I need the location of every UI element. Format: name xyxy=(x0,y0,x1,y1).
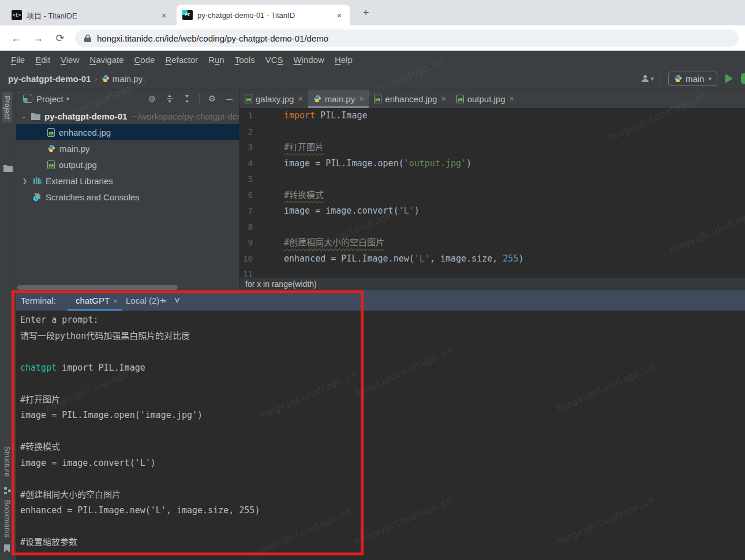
tree-item[interactable]: Scratches and Consoles xyxy=(16,189,239,205)
python-icon xyxy=(674,74,682,83)
project-panel-header: Project ▾ ⊕ ⚙ ─ xyxy=(16,89,239,108)
structure-icon xyxy=(3,487,12,495)
menu-item-file[interactable]: File xyxy=(6,55,30,65)
menu-item-run[interactable]: Run xyxy=(203,55,230,65)
tool-window-stripe: Project Structure Bookmarks xyxy=(0,89,16,560)
terminal-line: Enter a prompt: xyxy=(20,312,745,328)
code-line xyxy=(284,219,523,236)
editor-tab-main.py[interactable]: main.py× xyxy=(308,89,369,108)
code-line: image = image.convert('L') xyxy=(284,203,523,219)
menu-item-window[interactable]: Window xyxy=(289,55,330,65)
breadcrumb: py-chatgpt-demo-01 › main.py xyxy=(8,68,143,89)
pycharm-icon: PC xyxy=(182,10,193,20)
stripe-tab-bookmarks[interactable]: Bookmarks xyxy=(2,496,12,541)
menu-item-navigate[interactable]: Navigate xyxy=(84,55,129,65)
panel-title[interactable]: Project xyxy=(36,94,63,104)
image-file-icon xyxy=(245,95,252,103)
browser-tab-title: 项目 - TitanIDE xyxy=(27,10,155,21)
close-icon[interactable]: × xyxy=(510,94,514,103)
browser-tab[interactable]: PCpy-chatgpt-demo-01 - TitanID× xyxy=(177,5,350,25)
address-bar[interactable]: hongxi.titanide.cn/ide/web/coding/py-cha… xyxy=(75,29,739,47)
terminal-line: image = image.convert('L') xyxy=(20,456,745,472)
line-number: 10 xyxy=(239,251,275,267)
hide-panel-button[interactable]: ─ xyxy=(224,94,234,104)
menu-item-refactor[interactable]: Refactor xyxy=(160,55,203,65)
expand-all-button[interactable] xyxy=(164,94,174,104)
tree-item[interactable]: main.py xyxy=(16,140,239,156)
terminal-tab-chatGPT[interactable]: chatGPT× xyxy=(76,290,118,311)
folder-icon xyxy=(3,165,13,172)
code-editor[interactable]: 1234567891011 import PIL.Image #打开图片imag… xyxy=(239,108,745,277)
line-number: 11 xyxy=(239,267,275,277)
editor-tab-enhanced.jpg[interactable]: enhanced.jpg× xyxy=(369,89,451,108)
terminal-line: chatgpt import PIL.Image xyxy=(20,360,745,376)
titanide-icon: <t> xyxy=(12,10,22,20)
code-line: import PIL.Image xyxy=(284,108,523,124)
python-file-icon xyxy=(313,95,321,103)
scratches-icon xyxy=(33,193,42,201)
editor-tab-output.jpg[interactable]: output.jpg× xyxy=(451,89,519,108)
code-line: #打开图片 xyxy=(284,140,523,156)
image-file-icon xyxy=(47,160,55,169)
menu-item-view[interactable]: View xyxy=(55,55,84,65)
breadcrumb-file[interactable]: main.py xyxy=(113,74,143,84)
user-menu-button[interactable]: ▾ xyxy=(641,74,654,83)
forward-icon[interactable]: → xyxy=(31,31,46,46)
code-line: #转换模式 xyxy=(284,188,523,204)
line-number: 1 xyxy=(239,108,275,124)
image-file-icon xyxy=(456,95,464,103)
run-config-selector[interactable]: main ▾ xyxy=(668,72,717,86)
back-icon[interactable]: ← xyxy=(9,31,24,46)
chevron-collapsed-icon[interactable]: ❯ xyxy=(21,178,29,184)
run-button[interactable] xyxy=(725,74,733,83)
python-file-icon xyxy=(47,144,55,152)
run-config-name: main xyxy=(686,74,705,84)
tree-row-root[interactable]: ⌄py-chatgpt-demo-01~/workspace/py-chatgp… xyxy=(16,108,239,124)
terminal-line: #设置缩放参数 xyxy=(20,535,745,551)
close-icon[interactable]: × xyxy=(298,94,302,103)
browser-toolbar: ← → ⟳ hongxi.titanide.cn/ide/web/coding/… xyxy=(0,25,745,51)
editor-tab-title: galaxy.jpg xyxy=(256,94,294,104)
chevron-expanded-icon[interactable]: ⌄ xyxy=(20,113,28,120)
close-icon[interactable]: × xyxy=(359,94,364,103)
project-root-path: ~/workspace/py-chatgpt-demo-01 xyxy=(133,111,239,121)
breadcrumb-separator-icon: › xyxy=(95,74,97,83)
close-icon[interactable]: × xyxy=(113,297,118,305)
menu-item-help[interactable]: Help xyxy=(330,55,358,65)
chevron-down-icon[interactable]: ˅ xyxy=(174,290,180,311)
tree-item[interactable]: enhanced.jpg xyxy=(16,124,239,140)
menu-item-code[interactable]: Code xyxy=(129,55,160,65)
line-number: 5 xyxy=(239,171,275,188)
locate-file-button[interactable]: ⊕ xyxy=(147,94,157,104)
menu-item-tools[interactable]: Tools xyxy=(230,55,260,65)
menu-item-vcs[interactable]: VCS xyxy=(260,55,289,65)
menu-item-edit[interactable]: Edit xyxy=(30,55,55,65)
image-file-icon xyxy=(374,95,381,103)
close-icon[interactable]: × xyxy=(441,94,445,103)
debug-button[interactable] xyxy=(741,73,745,84)
editor-tab-title: main.py xyxy=(325,94,355,104)
tree-item[interactable]: output.jpg xyxy=(16,156,239,173)
caret-down-icon: ▾ xyxy=(650,75,654,83)
new-tab-button[interactable]: + xyxy=(358,7,374,20)
new-terminal-button[interactable]: + xyxy=(160,290,166,311)
tree-item[interactable]: ❯External Libraries xyxy=(16,173,239,189)
terminal-output[interactable]: Enter a prompt:请写一段python代码加强黑白照片的对比度 ch… xyxy=(16,311,745,560)
stripe-tab-project[interactable]: Project xyxy=(2,92,12,122)
reload-icon[interactable]: ⟳ xyxy=(53,31,68,46)
browser-tab[interactable]: <t>项目 - TitanIDE× xyxy=(6,5,174,25)
terminal-label: Terminal: xyxy=(21,290,56,311)
folder-icon xyxy=(31,113,40,120)
editor-area: galaxy.jpg×main.py×enhanced.jpg×output.j… xyxy=(239,89,745,290)
stripe-tab-structure[interactable]: Structure xyxy=(2,443,12,480)
breadcrumb-project[interactable]: py-chatgpt-demo-01 xyxy=(8,74,91,84)
gear-icon[interactable]: ⚙ xyxy=(207,94,217,104)
collapse-all-button[interactable] xyxy=(182,94,192,104)
horizontal-scrollbar[interactable] xyxy=(17,285,178,290)
close-icon[interactable]: × xyxy=(159,10,169,20)
editor-tab-galaxy.jpg[interactable]: galaxy.jpg× xyxy=(239,89,308,108)
close-icon[interactable]: × xyxy=(335,10,344,20)
line-number: 8 xyxy=(239,219,275,236)
terminal-line: #转换模式 xyxy=(20,439,745,456)
line-number: 7 xyxy=(239,203,275,219)
